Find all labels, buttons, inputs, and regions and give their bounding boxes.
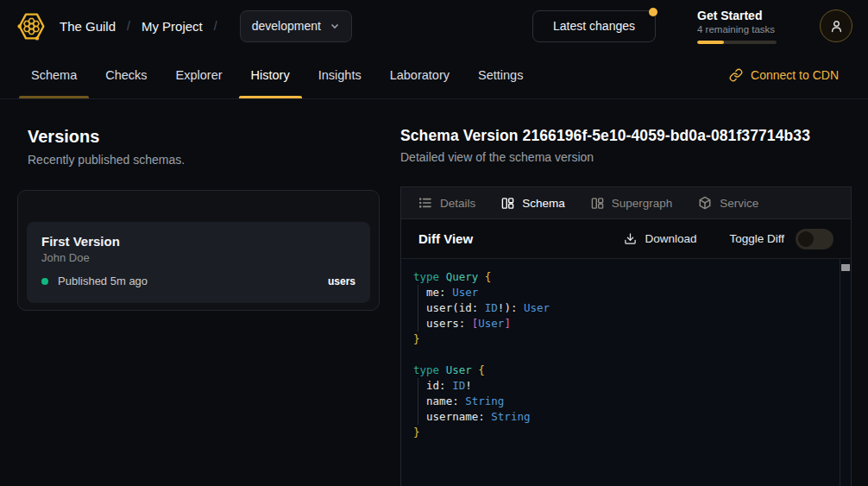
target-selector-value: development <box>252 19 321 33</box>
nav-tab-label: Checks <box>105 68 147 82</box>
main-nav: Schema Checks Explorer History Insights … <box>0 52 868 99</box>
breadcrumb-org[interactable]: The Guild <box>60 19 116 34</box>
get-started-progress-fill <box>697 41 724 44</box>
toggle-diff-label: Toggle Diff <box>729 232 784 245</box>
nav-tab-explorer[interactable]: Explorer <box>164 52 235 98</box>
nav-tab-label: Laboratory <box>390 68 450 82</box>
get-started-widget[interactable]: Get Started 4 remaining tasks <box>697 9 777 44</box>
columns-icon <box>591 197 604 210</box>
schema-version-title: Schema Version 2166196f-5e10-4059-bd0a-0… <box>400 127 852 145</box>
notification-dot <box>649 8 657 16</box>
app-header: The Guild / My Project / development Lat… <box>0 0 868 52</box>
toggle-diff-switch[interactable] <box>796 229 833 249</box>
version-author: John Doe <box>41 251 355 264</box>
tab-label: Supergraph <box>612 197 673 210</box>
nav-tab-label: History <box>251 68 290 82</box>
connect-to-cdn-label: Connect to CDN <box>751 68 839 82</box>
nav-tab-settings[interactable]: Settings <box>466 52 535 98</box>
nav-tab-checks[interactable]: Checks <box>93 52 159 98</box>
main-content: Versions Recently published schemas. Fir… <box>0 99 868 486</box>
cube-icon <box>698 196 712 210</box>
diff-view-title: Diff View <box>418 231 473 246</box>
hive-logo-icon[interactable] <box>16 10 47 42</box>
indent-guide <box>418 285 418 331</box>
versions-subtitle: Recently published schemas. <box>28 153 400 167</box>
nav-tab-label: Insights <box>318 68 362 82</box>
get-started-progress-bar <box>697 41 777 44</box>
schema-version-box: Details Schema Supergr <box>400 186 852 486</box>
indent-guide <box>418 378 418 425</box>
tab-service[interactable]: Service <box>698 196 758 210</box>
code-scrollbar[interactable] <box>840 259 851 486</box>
tab-label: Service <box>720 197 758 210</box>
detail-tab-strip: Details Schema Supergr <box>401 186 851 219</box>
chevron-down-icon <box>330 21 340 31</box>
diff-view-bar: Diff View Download Toggle Diff <box>401 219 851 259</box>
list-icon <box>418 196 432 210</box>
tab-supergraph[interactable]: Supergraph <box>591 197 673 210</box>
versions-title: Versions <box>28 127 400 147</box>
target-selector-dropdown[interactable]: development <box>240 10 352 42</box>
get-started-subtitle: 4 remaining tasks <box>697 24 777 35</box>
breadcrumb-separator: / <box>214 19 217 33</box>
code-scrollbar-thumb[interactable] <box>841 264 850 271</box>
connect-to-cdn-link[interactable]: Connect to CDN <box>729 68 839 82</box>
latest-changes-label: Latest changes <box>553 19 635 33</box>
nav-tab-label: Schema <box>31 68 77 82</box>
tab-details[interactable]: Details <box>418 196 475 210</box>
nav-tab-history[interactable]: History <box>239 52 302 98</box>
nav-tab-insights[interactable]: Insights <box>306 52 374 98</box>
download-button[interactable]: Download <box>624 232 696 245</box>
link-icon <box>729 68 743 82</box>
breadcrumb-project[interactable]: My Project <box>142 19 203 34</box>
schema-code-viewer[interactable]: type Query { me: User user(id: ID!): Use… <box>401 259 851 486</box>
version-status: Published 5m ago <box>58 275 148 287</box>
columns-icon <box>501 197 514 210</box>
nav-tab-label: Explorer <box>176 68 223 82</box>
code-content: type Query { me: User user(id: ID!): Use… <box>413 269 825 440</box>
download-icon <box>624 232 637 245</box>
person-icon <box>829 19 844 34</box>
version-status-row: Published 5m ago users <box>41 275 355 287</box>
version-name: First Version <box>41 234 355 249</box>
version-card[interactable]: First Version John Doe Published 5m ago … <box>27 222 370 303</box>
latest-changes-button[interactable]: Latest changes <box>532 10 656 42</box>
get-started-title: Get Started <box>697 9 777 22</box>
nav-tab-schema[interactable]: Schema <box>19 52 89 98</box>
schema-version-subtitle: Detailed view of the schema version <box>400 150 852 164</box>
published-status-dot <box>41 278 48 285</box>
version-list: First Version John Doe Published 5m ago … <box>17 190 380 311</box>
user-avatar-button[interactable] <box>820 9 852 42</box>
breadcrumb-separator: / <box>127 19 130 33</box>
versions-panel: Versions Recently published schemas. Fir… <box>0 127 400 486</box>
tab-schema[interactable]: Schema <box>501 197 565 210</box>
tab-label: Schema <box>522 197 565 210</box>
download-label: Download <box>645 232 696 245</box>
nav-tab-laboratory[interactable]: Laboratory <box>378 52 462 98</box>
tab-label: Details <box>440 197 475 210</box>
service-badge: users <box>328 275 355 287</box>
nav-tab-label: Settings <box>478 68 523 82</box>
schema-version-detail: Schema Version 2166196f-5e10-4059-bd0a-0… <box>400 127 852 486</box>
